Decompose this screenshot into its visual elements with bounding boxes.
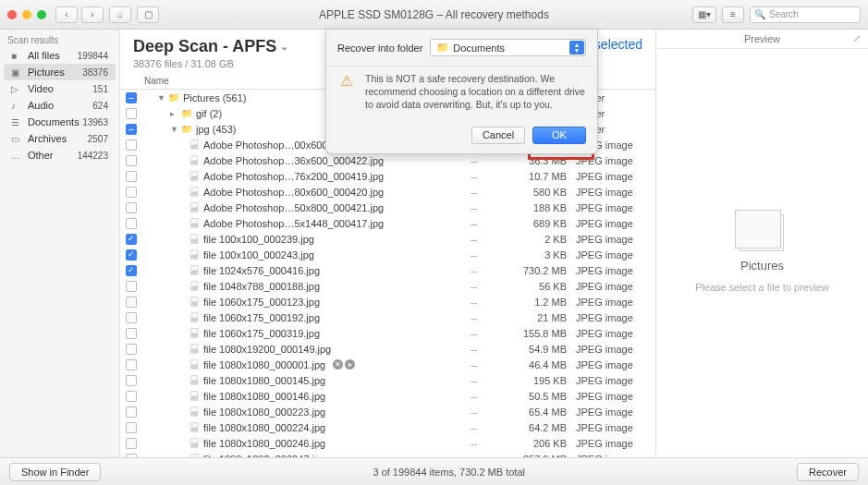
sidebar-item-archives[interactable]: ▭ Archives 2507 [4,130,116,147]
row-size: 155.8 MB [507,328,572,339]
row-checkbox[interactable] [126,344,137,355]
file-name: file 1080x1080_000247.jpg [203,454,325,458]
row-checkbox[interactable] [126,202,137,213]
row-checkbox[interactable] [126,265,137,276]
file-row[interactable]: Adobe Photoshop…76x200_000419.jpg -- 10.… [120,168,655,184]
row-checkbox[interactable] [126,422,137,433]
row-kind: JPEG image [572,438,655,449]
row-checkbox[interactable] [126,218,137,229]
file-row[interactable]: file 1080x1080_000246.jpg -- 206 KB JPEG… [120,435,655,451]
view-options-button[interactable]: ▦▾ [692,6,716,23]
file-row[interactable]: Adobe Photoshop…5x1448_000417.jpg -- 689… [120,215,655,231]
sidebar-item-all-files[interactable]: ■ All files 199844 [4,47,116,64]
sidebar-item-label: Documents [28,116,82,127]
file-row[interactable]: file 1080x1080_000223.jpg -- 65.4 MB JPE… [120,404,655,419]
zoom-window-button[interactable] [37,10,46,19]
row-checkbox[interactable] [126,108,137,119]
file-row[interactable]: file 1060x175_000192.jpg -- 21 MB JPEG i… [120,309,655,325]
svg-point-23 [192,314,193,315]
row-date: -- [471,187,507,198]
row-checkbox[interactable] [126,187,137,198]
row-checkbox[interactable] [126,375,137,386]
file-row[interactable]: file 1080x1080_000145.jpg -- 195 KB JPEG… [120,372,655,388]
search-input[interactable]: 🔍 Search [750,6,861,23]
sidebar-icon: ▭ [11,134,24,144]
row-size: 10.7 MB [507,171,572,182]
close-window-button[interactable] [7,10,17,19]
sidebar-item-video[interactable]: ▷ Video 151 [4,80,116,97]
file-row[interactable]: file 1048x788_000188.jpg -- 56 KB JPEG i… [120,278,655,294]
filter-button[interactable]: ≡ [722,6,744,23]
file-row[interactable]: Adobe Photoshop…36x600_000422.jpg -- 36.… [120,152,655,168]
jpeg-file-icon [189,312,200,322]
row-checkbox[interactable] [126,328,137,339]
row-kind: JPEG image [572,218,655,229]
row-checkbox[interactable] [126,297,137,308]
sidebar-item-pictures[interactable]: ▣ Pictures 38376 [4,64,116,80]
file-row[interactable]: file 1080x1080_000146.jpg -- 50.5 MB JPE… [120,388,655,404]
expand-preview-icon[interactable]: ⤢ [853,33,861,43]
file-name: file 1080x1080_000001.jpg [203,359,325,370]
row-checkbox[interactable] [126,249,137,261]
row-checkbox[interactable] [126,124,137,135]
row-checkbox[interactable] [126,281,137,292]
svg-point-35 [192,408,193,409]
forward-button[interactable]: › [81,6,104,23]
row-size: 2 KB [507,234,572,245]
cancel-button[interactable]: Cancel [471,127,525,144]
recover-into-label: Recover into folder [337,42,422,54]
recover-button[interactable]: Recover [797,463,859,481]
sidebar: Scan results ■ All files 199844▣ Picture… [0,30,120,457]
home-button[interactable]: ⌂ [109,6,131,23]
row-checkbox[interactable] [126,139,137,151]
row-checkbox[interactable] [126,454,137,458]
row-checkbox[interactable] [126,359,137,370]
sidebar-item-audio[interactable]: ♪ Audio 624 [4,97,116,114]
row-checkbox[interactable] [126,391,137,402]
svg-point-41 [192,455,193,456]
file-row[interactable]: file 1060x175_000123.jpg -- 1.2 MB JPEG … [120,294,655,309]
recover-folder-popup[interactable]: 📁 Documents ▴▾ [430,39,586,56]
disclosure-icon[interactable]: ▸ [170,109,177,118]
disclosure-icon[interactable]: ▼ [157,93,165,103]
file-row[interactable]: file 1060x175_000319.jpg -- 155.8 MB JPE… [120,325,655,341]
file-row[interactable]: file 100x100_000239.jpg -- 2 KB JPEG ima… [120,231,655,247]
back-button[interactable]: ‹ [55,6,78,23]
folder-icon: 📁 [181,124,192,134]
minimize-window-button[interactable] [22,10,31,19]
row-checkbox[interactable] [126,155,137,166]
file-row[interactable]: file 1080x1080_000001.jpg ✕ ▸ -- 46.4 MB… [120,357,655,372]
jpeg-file-icon [189,328,200,338]
row-checkbox[interactable] [126,406,137,418]
row-checkbox[interactable] [126,312,137,323]
file-row[interactable]: Adobe Photoshop…80x600_000420.jpg -- 580… [120,184,655,200]
row-checkbox[interactable] [126,438,137,449]
row-checkbox[interactable] [126,171,137,182]
row-checkbox[interactable] [126,234,137,245]
drive-button[interactable]: ▢ [137,6,159,23]
file-row[interactable]: file 100x100_000243.jpg -- 3 KB JPEG ima… [120,247,655,262]
file-row[interactable]: file 1024x576_000416.jpg -- 730.2 MB JPE… [120,262,655,278]
file-row[interactable]: Adobe Photoshop…50x800_000421.jpg -- 188… [120,200,655,215]
disclosure-icon[interactable]: ▼ [170,125,177,134]
sidebar-item-documents[interactable]: ☰ Documents 13963 [4,114,116,130]
row-checkbox[interactable] [126,92,137,103]
sidebar-item-other[interactable]: … Other 144223 [4,147,116,164]
svg-point-39 [192,440,193,441]
sidebar-item-count: 151 [92,84,108,94]
file-row[interactable]: file 1080x19200_000149.jpg -- 54.9 MB JP… [120,341,655,357]
sidebar-item-label: Pictures [28,67,82,78]
file-name: file 1024x576_000416.jpg [203,265,320,276]
row-date: -- [471,297,507,308]
row-kind: JPEG image [572,171,655,182]
popup-arrows-icon: ▴▾ [569,41,584,55]
row-date: -- [471,359,507,370]
file-row[interactable]: file 1080x1080_000247.jpg -- 257.9 MB JP… [120,451,655,457]
show-in-finder-button[interactable]: Show in Finder [9,463,101,481]
window-controls [7,10,46,19]
row-date: -- [471,249,507,261]
file-row[interactable]: file 1080x1080_000224.jpg -- 64.2 MB JPE… [120,419,655,435]
row-size: 257.9 MB [507,454,572,458]
file-name: file 1060x175_000192.jpg [203,312,320,323]
ok-button[interactable]: OK [532,127,586,144]
